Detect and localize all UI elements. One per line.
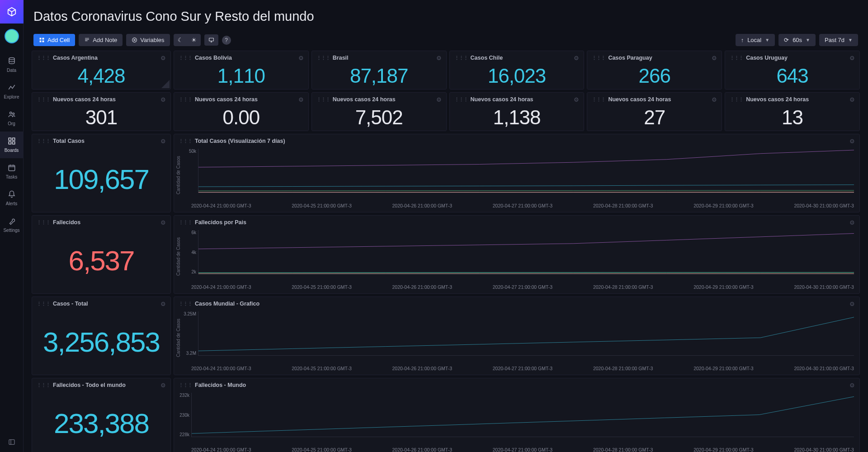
plot[interactable]: 3.25M3.2M (182, 311, 854, 364)
plot[interactable]: 50k (182, 149, 854, 201)
plot[interactable]: 232k230k228k (175, 393, 854, 445)
drag-handle-icon[interactable]: ⋮⋮⋮ (179, 55, 192, 61)
plot-inner (198, 149, 854, 193)
cell-header[interactable]: ⋮⋮⋮ Casos Bolivia (174, 51, 308, 63)
gear-icon[interactable]: ⚙ (849, 219, 855, 226)
cell-header[interactable]: ⋮⋮⋮ Fallecidos - Todo el mundo (32, 378, 170, 390)
stat-cell: ⋮⋮⋮ Nuevos casos 24 horas ⚙ 7,502 (311, 92, 447, 131)
drag-handle-icon[interactable]: ⋮⋮⋮ (37, 97, 50, 103)
drag-handle-icon[interactable]: ⋮⋮⋮ (37, 55, 50, 61)
gear-icon[interactable]: ⚙ (849, 96, 855, 103)
gear-icon[interactable]: ⚙ (849, 138, 855, 145)
timezone-dropdown[interactable]: ↑ Local ▼ (736, 34, 775, 46)
light-mode-button[interactable]: ☀ (187, 34, 201, 46)
stat-value: 13 (782, 106, 803, 129)
cell-header[interactable]: ⋮⋮⋮ Casos Argentina (32, 51, 170, 63)
sidebar-item-alerts[interactable]: Alerts (0, 185, 24, 212)
drag-handle-icon[interactable]: ⋮⋮⋮ (179, 97, 192, 103)
resize-handle[interactable] (161, 80, 170, 88)
cell-header[interactable]: ⋮⋮⋮ Casos Chile (450, 51, 584, 63)
gear-icon[interactable]: ⚙ (849, 382, 855, 389)
gear-icon[interactable]: ⚙ (849, 301, 855, 307)
cell-header[interactable]: ⋮⋮⋮ Nuevos casos 24 horas (725, 93, 859, 104)
drag-handle-icon[interactable]: ⋮⋮⋮ (179, 220, 192, 226)
cell-header[interactable]: ⋮⋮⋮ Casos - Total (32, 297, 170, 309)
cell-header[interactable]: ⋮⋮⋮ Total Casos (Visualización 7 días) (174, 134, 859, 146)
sidebar-item-org[interactable]: Org (0, 105, 24, 132)
drag-handle-icon[interactable]: ⋮⋮⋮ (37, 220, 50, 226)
cell-header[interactable]: ⋮⋮⋮ Casos Uruguay (725, 51, 859, 63)
sidebar-item-tasks[interactable]: Tasks (0, 158, 24, 185)
cell-header[interactable]: ⋮⋮⋮ Nuevos casos 24 horas (32, 93, 170, 104)
add-cell-button[interactable]: Add Cell (33, 34, 75, 46)
boards-icon (7, 136, 17, 146)
cell-header[interactable]: ⋮⋮⋮ Fallecidos - Mundo (174, 378, 859, 390)
chart-svg (198, 311, 854, 355)
sidebar-item-settings[interactable]: Settings (0, 212, 24, 238)
gear-icon[interactable]: ⚙ (298, 55, 304, 61)
gear-icon[interactable]: ⚙ (574, 55, 579, 61)
gear-icon[interactable]: ⚙ (849, 55, 855, 61)
drag-handle-icon[interactable]: ⋮⋮⋮ (592, 97, 605, 103)
sidebar-collapse-button[interactable] (0, 432, 24, 452)
cell-header[interactable]: ⋮⋮⋮ Nuevos casos 24 horas (312, 93, 446, 104)
sidebar-item-boards[interactable]: Boards (0, 132, 24, 158)
cell-header[interactable]: ⋮⋮⋮ Nuevos casos 24 horas (174, 93, 308, 104)
gear-icon[interactable]: ⚙ (574, 96, 579, 103)
gear-icon[interactable]: ⚙ (160, 55, 166, 61)
gear-icon[interactable]: ⚙ (160, 301, 166, 307)
drag-handle-icon[interactable]: ⋮⋮⋮ (730, 97, 743, 103)
gear-icon[interactable]: ⚙ (160, 219, 166, 226)
cell-title: Fallecidos - Mundo (195, 382, 246, 388)
add-note-button[interactable]: Add Note (79, 34, 123, 46)
gear-icon[interactable]: ⚙ (436, 55, 442, 61)
sidebar-item-data[interactable]: Data (0, 52, 24, 78)
cell-header[interactable]: ⋮⋮⋮ Casos Mundial - Grafico (174, 297, 859, 309)
gear-icon[interactable]: ⚙ (712, 96, 717, 103)
gear-icon[interactable]: ⚙ (436, 96, 442, 103)
timerange-dropdown[interactable]: Past 7d ▼ (819, 34, 858, 46)
drag-handle-icon[interactable]: ⋮⋮⋮ (454, 97, 468, 103)
cell-header[interactable]: ⋮⋮⋮ Nuevos casos 24 horas (587, 93, 722, 104)
drag-handle-icon[interactable]: ⋮⋮⋮ (454, 55, 468, 61)
gear-icon[interactable]: ⚙ (298, 96, 304, 103)
drag-handle-icon[interactable]: ⋮⋮⋮ (179, 382, 192, 388)
collapse-icon (8, 438, 15, 446)
drag-handle-icon[interactable]: ⋮⋮⋮ (592, 55, 605, 61)
cube-icon (7, 7, 17, 17)
cell-header[interactable]: ⋮⋮⋮ Total Casos (32, 134, 170, 146)
dashboard-grid: ⋮⋮⋮ Casos Argentina ⚙ 4,428 ⋮⋮⋮ Casos Bo… (24, 51, 868, 452)
svg-rect-12 (42, 41, 44, 42)
help-button[interactable]: ? (222, 36, 231, 45)
stat-value: 16,023 (488, 65, 546, 87)
cell-header[interactable]: ⋮⋮⋮ Brasil (312, 51, 446, 63)
drag-handle-icon[interactable]: ⋮⋮⋮ (179, 301, 192, 307)
cell-header[interactable]: ⋮⋮⋮ Nuevos casos 24 horas (450, 93, 584, 104)
variables-button[interactable]: Variables (126, 34, 170, 46)
gear-icon[interactable]: ⚙ (160, 96, 166, 103)
drag-handle-icon[interactable]: ⋮⋮⋮ (316, 97, 330, 103)
drag-handle-icon[interactable]: ⋮⋮⋮ (37, 301, 50, 307)
dark-mode-button[interactable]: ☾ (174, 34, 187, 46)
plot[interactable]: 6k4k2k (182, 230, 854, 282)
presentation-icon (208, 37, 214, 43)
gear-icon[interactable]: ⚙ (160, 382, 166, 389)
stat-value: 266 (639, 65, 670, 87)
cell-title: Casos Paraguay (608, 55, 652, 61)
app-logo[interactable] (0, 0, 24, 24)
cell-header[interactable]: ⋮⋮⋮ Casos Paraguay (587, 51, 722, 63)
sidebar-item-explore[interactable]: Explore (0, 78, 24, 105)
cell-body: 301 (32, 104, 170, 131)
drag-handle-icon[interactable]: ⋮⋮⋮ (179, 138, 192, 144)
refresh-dropdown[interactable]: ⟳ 60s ▼ (778, 34, 816, 46)
cell-header[interactable]: ⋮⋮⋮ Fallecidos por Pais (174, 216, 859, 227)
drag-handle-icon[interactable]: ⋮⋮⋮ (37, 382, 50, 388)
user-avatar[interactable] (5, 29, 19, 43)
presentation-mode-button[interactable] (204, 34, 218, 46)
gear-icon[interactable]: ⚙ (712, 55, 717, 61)
drag-handle-icon[interactable]: ⋮⋮⋮ (316, 55, 330, 61)
drag-handle-icon[interactable]: ⋮⋮⋮ (37, 138, 50, 144)
drag-handle-icon[interactable]: ⋮⋮⋮ (730, 55, 743, 61)
cell-header[interactable]: ⋮⋮⋮ Fallecidos (32, 216, 170, 227)
gear-icon[interactable]: ⚙ (160, 138, 166, 145)
